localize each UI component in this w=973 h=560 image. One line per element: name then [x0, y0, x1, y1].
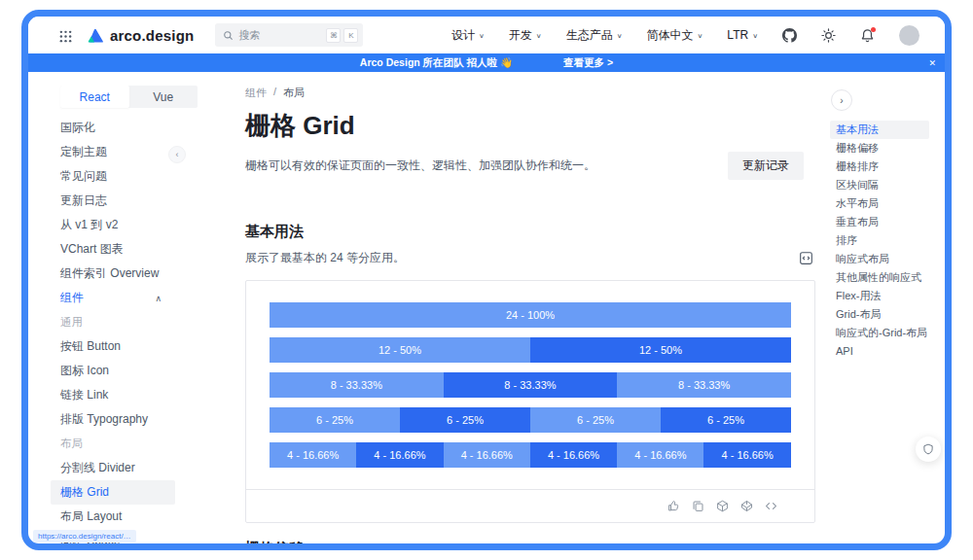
anchor-link[interactable]: API — [830, 342, 929, 361]
sidebar-item[interactable]: 组件索引 Overview — [60, 262, 189, 286]
demo-grid-col: 4 - 16.66% — [356, 442, 443, 468]
copy-code-icon[interactable] — [692, 500, 704, 512]
anchor-link[interactable]: 排序 — [830, 231, 929, 250]
anchor-link[interactable]: 区块间隔 — [830, 176, 929, 194]
sidebar-item-label: 通用 — [60, 315, 83, 330]
demo-grid-col: 6 - 25% — [270, 407, 400, 433]
sidebar-item-label: 布局 — [60, 437, 83, 451]
sidebar-item-label: 组件 — [60, 290, 84, 306]
sidebar-item[interactable]: 通用 — [60, 310, 189, 334]
sidebar-item-label: 布局 Layout — [60, 508, 122, 525]
nav-menu-label: 设计 — [451, 27, 475, 44]
sidebar-item[interactable]: 布局 — [60, 432, 189, 456]
feedback-shield-button[interactable] — [916, 437, 941, 462]
nav-menu-label: 生态产品 — [566, 27, 613, 44]
arco-logo-icon — [88, 28, 104, 43]
sidebar-item[interactable]: VChart 图表 — [60, 237, 189, 262]
anchor-link[interactable]: 其他属性的响应式 — [830, 268, 929, 287]
search-input[interactable]: 搜索 ⌘ K — [215, 23, 363, 47]
chevron-down-icon: ∨ — [479, 31, 485, 38]
theme-sun-icon[interactable] — [821, 28, 836, 43]
avatar[interactable] — [899, 25, 919, 46]
anchor-link[interactable]: 水平布局 — [830, 194, 929, 213]
shield-icon — [922, 443, 934, 455]
search-icon — [223, 30, 234, 41]
sidebar-item[interactable]: 按钮 Button — [60, 334, 189, 359]
logo-text: arco.design — [110, 27, 194, 44]
codesandbox-icon[interactable] — [716, 500, 729, 512]
sidebar-item[interactable]: 从 v1 到 v2 — [60, 213, 189, 237]
apps-grid-icon[interactable] — [59, 29, 72, 42]
show-code-icon[interactable] — [799, 251, 813, 265]
anchor-link[interactable]: 栅格偏移 — [830, 139, 929, 158]
top-header: arco.design 搜索 ⌘ K 设计 ∨ 开发 ∨ — [28, 17, 945, 53]
anchor-sidebar: › 基本用法栅格偏移栅格排序区块间隔水平布局垂直布局排序响应式布局其他属性的响应… — [830, 72, 945, 543]
page-description: 栅格可以有效的保证页面的一致性、逻辑性、加强团队协作和统一。 — [245, 158, 595, 174]
anchor-link[interactable]: Flex-用法 — [830, 287, 929, 305]
kbd-k: K — [343, 28, 358, 43]
demo-grid-col: 8 - 33.33% — [444, 372, 618, 398]
anchor-expand-button[interactable]: › — [831, 89, 852, 111]
anchor-link[interactable]: Grid-布局 — [830, 305, 929, 324]
chevron-down-icon: ∨ — [698, 31, 703, 38]
sidebar-item[interactable]: 链接 Link — [60, 383, 189, 407]
left-sidebar: ReactVue 国际化 定制主题 常见问题 更新日志 — [28, 72, 189, 543]
link-status-bar: https://arco.design/react/… — [33, 530, 136, 542]
sidebar-item[interactable]: 排版 Typography — [60, 407, 189, 432]
sidebar-item-label: 排版 Typography — [60, 411, 148, 428]
sidebar-item[interactable]: 图标 Icon — [60, 359, 189, 383]
codepen-icon[interactable] — [740, 500, 753, 512]
nav-menu-label: 简体中文 — [647, 27, 694, 44]
sidebar-collapse-button[interactable]: ‹ — [168, 146, 186, 163]
arco-logo[interactable]: arco.design — [88, 27, 194, 44]
nav-menu-item[interactable]: LTR ∨ — [727, 28, 758, 42]
sidebar-item[interactable]: 更新日志 — [60, 189, 189, 213]
demo-grid-row: 4 - 16.66%4 - 16.66%4 - 16.66%4 - 16.66%… — [270, 442, 791, 468]
sidebar-item[interactable]: 分割线 Divider — [60, 456, 189, 480]
banner-close-icon[interactable]: ✕ — [928, 53, 936, 72]
sidebar-item[interactable]: 组件 ∧ — [60, 286, 189, 310]
demo-grid-row: 12 - 50%12 - 50% — [270, 337, 791, 363]
notification-bell-icon[interactable] — [860, 28, 875, 43]
demo-grid-col: 6 - 25% — [530, 407, 661, 433]
search-placeholder: 搜索 — [238, 28, 323, 43]
nav-menu-item[interactable]: 开发 ∨ — [509, 27, 542, 44]
nav-menu-item[interactable]: 生态产品 ∨ — [566, 27, 623, 44]
anchor-link[interactable]: 响应式的-Grid-布局 — [830, 324, 929, 342]
sidebar-item[interactable]: 栅格 Grid — [51, 480, 175, 505]
sidebar-item[interactable]: 布局 Layout — [60, 505, 189, 529]
framework-tabs: ReactVue — [60, 86, 198, 108]
page-title: 栅格 Grid — [245, 109, 815, 143]
demo-grid: 24 - 100%12 - 50%12 - 50%8 - 33.33%8 - 3… — [246, 281, 814, 490]
banner-message: Arco Design 所在团队 招人啦 👋 — [360, 56, 513, 70]
breadcrumb: 组件 / 布局 — [245, 86, 815, 100]
main-content: 组件 / 布局 栅格 Grid 栅格可以有效的保证页面的一致性、逻辑性、加强团队… — [189, 72, 830, 543]
framework-tab[interactable]: Vue — [129, 86, 198, 108]
expand-code-icon[interactable] — [765, 500, 777, 512]
nav-menu-label: LTR — [727, 28, 748, 42]
demo-grid-row: 24 - 100% — [270, 302, 791, 328]
nav-menu-item[interactable]: 简体中文 ∨ — [647, 27, 703, 44]
like-icon[interactable] — [667, 500, 680, 512]
nav-menu-item[interactable]: 设计 ∨ — [451, 27, 485, 44]
breadcrumb-components[interactable]: 组件 — [245, 86, 267, 100]
banner-see-more-link[interactable]: 查看更多 > — [563, 56, 613, 70]
anchor-link[interactable]: 基本用法 — [830, 121, 929, 139]
demo-grid-col: 4 - 16.66% — [703, 442, 790, 468]
demo-grid-col: 8 - 33.33% — [617, 372, 791, 398]
framework-tab[interactable]: React — [60, 86, 129, 108]
breadcrumb-separator: / — [273, 86, 276, 100]
demo-grid-col: 4 - 16.66% — [444, 442, 530, 468]
announcement-banner: Arco Design 所在团队 招人啦 👋 查看更多 > ✕ — [28, 53, 945, 72]
demo-grid-row: 6 - 25%6 - 25%6 - 25%6 - 25% — [270, 407, 791, 433]
app-window: arco.design 搜索 ⌘ K 设计 ∨ 开发 ∨ — [21, 10, 952, 550]
sidebar-item[interactable]: 国际化 — [60, 116, 189, 140]
section-desc-basic-usage: 展示了最基本的 24 等分应用。 — [245, 250, 405, 266]
github-icon[interactable] — [782, 28, 797, 43]
sidebar-item[interactable]: 常见问题 — [60, 164, 189, 189]
anchor-link[interactable]: 响应式布局 — [830, 250, 929, 268]
anchor-link[interactable]: 栅格排序 — [830, 158, 929, 176]
changelog-button[interactable]: 更新记录 — [728, 152, 804, 180]
anchor-link[interactable]: 垂直布局 — [830, 213, 929, 231]
kbd-cmd: ⌘ — [326, 28, 341, 43]
